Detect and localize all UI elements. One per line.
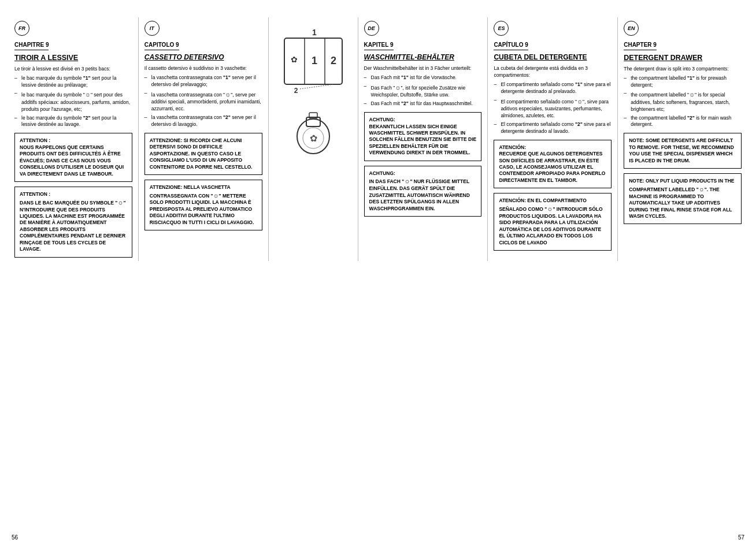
- svg-text:✿: ✿: [309, 133, 317, 143]
- bullets-en: the compartment labelled "1" is for prew…: [624, 75, 742, 129]
- chapter-label-en: CHAPTER 9: [624, 41, 657, 50]
- chapter-title-fr: TIROIR A LESSIVE: [14, 53, 132, 62]
- drawer-svg: 1 2 ✿ 1 2: [279, 21, 348, 96]
- page-number-right: 57: [738, 534, 744, 541]
- bullet-en-3: the compartment labelled "2" is for main…: [624, 115, 742, 129]
- bullet-de-1: Das Fach mit "1" ist für die Vorwäsche.: [364, 75, 482, 81]
- softener-diagram: ✿: [290, 107, 336, 154]
- bullet-fr-2: le bac marquée du symbole "☼" sert pour …: [14, 90, 132, 113]
- bullets-fr: le bac marquée du symbole "1" sert pour …: [14, 75, 132, 129]
- chapter-label-es: CAPÍTULO 9: [494, 41, 528, 50]
- note-en-2: NOTE: ONLY PUT LIQUID PRODUCTS IN THE CO…: [624, 173, 742, 224]
- chapter-label-it: CAPITOLO 9: [144, 41, 179, 50]
- bullet-de-3: Das Fach mit "2" ist für das Hauptwaschm…: [364, 100, 482, 107]
- bullets-it: la vaschetta contrassegnata con "1" serv…: [144, 75, 262, 128]
- bullet-es-2: El compartimento señalado como "☼", sirv…: [494, 97, 612, 120]
- bullet-fr-3: le bac marquée du symbole "2" sert pour …: [14, 115, 132, 129]
- column-fr: FR CHAPITRE 9 TIROIR A LESSIVE Le tiroir…: [9, 17, 139, 261]
- columns-wrapper: FR CHAPITRE 9 TIROIR A LESSIVE Le tiroir…: [0, 0, 756, 284]
- chapter-title-es: CUBETA DEL DETERGENTE: [494, 53, 612, 62]
- lang-badge-es: ES: [494, 21, 509, 36]
- svg-text:2: 2: [331, 55, 336, 66]
- lang-badge-fr: FR: [14, 21, 29, 36]
- chapter-title-en: DETERGENT DRAWER: [624, 53, 742, 62]
- intro-it: Il cassetto detersivo è suddiviso in 3 v…: [144, 65, 262, 72]
- column-en: EN CHAPTER 9 DETERGENT DRAWER The deterg…: [618, 17, 747, 261]
- svg-line-8: [300, 84, 333, 89]
- intro-en: The detergent draw is split into 3 compa…: [624, 66, 742, 73]
- column-center: 1 2 ✿ 1 2: [269, 17, 358, 261]
- bullet-fr-1: le bac marquée du symbole "1" sert pour …: [14, 75, 132, 89]
- bullet-it-3: la vaschetta contrassegnata con "2" serv…: [144, 114, 262, 128]
- bullet-en-1: the compartment labelled "1" is for prew…: [624, 75, 742, 89]
- page-number-left: 56: [12, 534, 18, 541]
- note-en-1: NOTE: SOME DETERGENTS ARE DIFFICULT TO R…: [624, 133, 742, 169]
- chapter-title-de: WASCHMITTEL-BEHÄLTER: [364, 53, 482, 62]
- bullet-en-2: the compartment labelled "☼" is for spec…: [624, 90, 742, 113]
- intro-fr: Le tiroir à lessive est divisé en 3 peti…: [14, 66, 132, 73]
- warning-es-1: ATENCIÓN:RECUERDE QUE ALGUNOS DETERGENTE…: [494, 140, 612, 189]
- bullets-es: El compartimento señalado como "1" sirve…: [494, 81, 612, 135]
- svg-text:2: 2: [294, 87, 298, 95]
- bullet-de-2: Das Fach "☼", ist für spezielle Zusätze …: [364, 83, 482, 99]
- warning-fr-2: ATTENTION :DANS LE BAC MARQUÉE DU SYMBOL…: [14, 187, 132, 258]
- softener-svg: ✿: [290, 105, 336, 157]
- warning-de-2: ACHTUNG:IN DAS FACH "☼" NUR FLÜSSIGE MIT…: [364, 166, 482, 217]
- bullet-it-2: la vaschetta contrassegnata con "☼", ser…: [144, 90, 262, 113]
- bullet-es-3: El compartimento señalado como "2" sirve…: [494, 121, 612, 135]
- column-es: ES CAPÍTULO 9 CUBETA DEL DETERGENTE La c…: [488, 17, 618, 261]
- lang-badge-en: EN: [624, 21, 639, 36]
- column-it: IT CAPITOLO 9 CASSETTO DETERSIVO Il cass…: [139, 17, 269, 261]
- chapter-label-de: KAPITEL 9: [364, 41, 394, 50]
- warning-it-1: ATTENZIONE: SI RICORDI CHE ALCUNI DETERS…: [144, 133, 262, 175]
- warning-de-1: ACHTUNG:BEKANNTLICH LASSEN SICH EINIGE W…: [364, 112, 482, 161]
- svg-text:1: 1: [312, 55, 317, 66]
- warning-fr-1: ATTENTION :NOUS RAPPELONS QUE CERTAINS P…: [14, 133, 132, 182]
- intro-es: La cubeta del detergente está dividida e…: [494, 65, 612, 79]
- column-de: DE KAPITEL 9 WASCHMITTEL-BEHÄLTER Der Wa…: [358, 17, 488, 261]
- warning-es-2: ATENCIÓN: EN EL COMPARTIMENTO SEÑALADO C…: [494, 193, 612, 251]
- chapter-label-fr: CHAPITRE 9: [14, 41, 49, 50]
- svg-text:1: 1: [312, 28, 317, 37]
- drawer-diagram: 1 2 ✿ 1 2: [279, 21, 348, 96]
- warning-it-2: ATTENZIONE: NELLA VASCHETTA CONTRASSEGNA…: [144, 180, 262, 230]
- bullet-es-1: El compartimento señalado como "1" sirve…: [494, 81, 612, 95]
- intro-de: Der Waschmittelbehälter ist in 3 Fächer …: [364, 65, 482, 72]
- lang-badge-it: IT: [144, 21, 160, 36]
- chapter-title-it: CASSETTO DETERSIVO: [144, 53, 262, 62]
- page-wrapper: FR CHAPITRE 9 TIROIR A LESSIVE Le tiroir…: [0, 0, 756, 551]
- svg-text:✿: ✿: [291, 55, 298, 64]
- lang-badge-de: DE: [364, 21, 379, 36]
- bullets-de: Das Fach mit "1" ist für die Vorwäsche. …: [364, 75, 482, 107]
- bullet-it-1: la vaschetta contrassegnata con "1" serv…: [144, 75, 262, 88]
